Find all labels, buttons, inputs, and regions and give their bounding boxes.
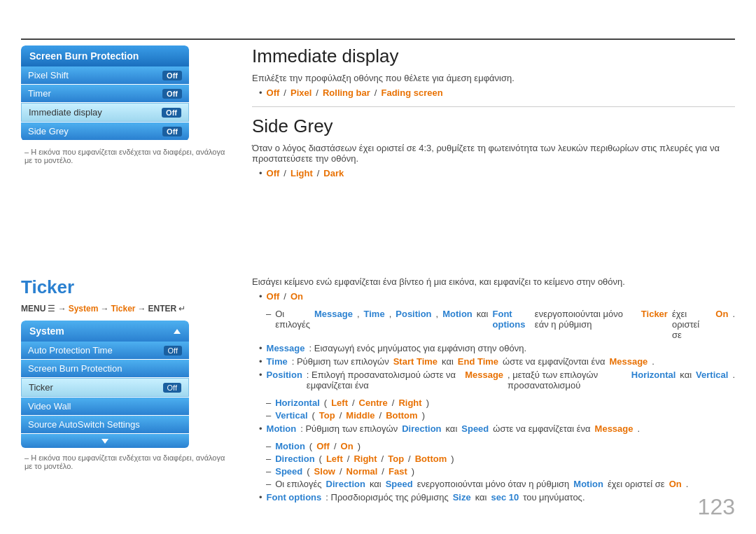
motion-off-on: Motion (Off / On) [266,441,735,451]
side-grey-label: Side Grey [28,126,69,136]
speed-option: Speed (Slow / Normal / Fast) [266,466,735,477]
horizontal-option: Horizontal (Left / Centre / Right) [266,398,735,408]
immediate-display-option: Off / Pixel / Rolling bar / Fading scree… [259,87,735,98]
sg-option-dark: Dark [323,168,344,178]
triangle-up-icon [174,329,181,334]
immediate-display-value: Off [162,108,181,118]
option-off: Off [267,87,280,98]
ticker-on-label: On [290,291,303,302]
font-options-item: Font options: Προσδιορισμός της ρύθμισης… [259,492,735,503]
ticker-desc: Εισάγει κείμενο ενώ εμφανίζεται ένα βίντ… [252,276,735,287]
section-divider [252,106,735,107]
ticker-note: Η εικόνα που εμφανίζεται ενδέχεται να δι… [21,454,231,470]
ticker-position-item: Position: Επιλογή προσανατολισμού ώστε ν… [259,370,735,391]
source-autoswitch-item[interactable]: Source AutoSwitch Settings [21,416,189,433]
option-pixel: Pixel [290,87,312,98]
ticker-message-item: Message: Εισαγωγή ενός μηνύματος για εμφ… [259,343,735,353]
triangle-down-icon [102,439,108,444]
top-border [21,38,735,40]
ticker-time-item: Time: Ρύθμιση των επιλογών Start Time κα… [259,356,735,367]
video-wall-label: Video Wall [28,401,71,412]
option-rolling: Rolling bar [323,87,370,98]
screen-burn-header: Screen Burn Protection [21,45,189,66]
ticker-item[interactable]: Ticker Off [21,378,189,397]
auto-protection-value: Off [164,346,182,356]
pixel-shift-item[interactable]: Pixel Shift Off [21,66,189,84]
screen-burn-menu-box: Screen Burn Protection Pixel Shift Off T… [21,45,189,141]
ticker-right-panel: Εισάγει κείμενο ενώ εμφανίζεται ένα βίντ… [252,276,735,510]
ticker-on-sub: Οι επιλογές Message, Time, Position, Mot… [266,309,735,340]
ticker-on-note: Οι επιλογές Message, Time, Position, Mot… [266,309,735,340]
nav-ticker: Ticker [111,304,135,314]
pixel-shift-label: Pixel Shift [28,70,69,80]
immediate-display-label: Immediate display [29,107,102,118]
direction-speed-on-note: Οι επιλογές Direction και Speed ενεργοπο… [266,479,735,489]
ticker-off-label: Off [267,291,280,302]
ticker-off-on: Off / On [259,291,735,302]
side-grey-value: Off [162,127,182,136]
screen-burn-protection-item[interactable]: Screen Burn Protection [21,360,189,377]
ticker-motion-item: Motion: Ρύθμιση των επιλογών Direction κ… [259,423,735,434]
direction-speed-note: Οι επιλογές Direction και Speed ενεργοπο… [266,479,735,489]
vertical-option: Vertical (Top / Middle / Bottom) [266,410,735,421]
right-content-panel: Immediate display Επιλέξτε την προφύλαξη… [252,45,735,185]
auto-protection-item[interactable]: Auto Protection Time Off [21,342,189,359]
ticker-item-label: Ticker [29,382,53,393]
ticker-bullet-list: Off / On [259,291,735,302]
ticker-item-value: Off [163,383,181,393]
ticker-menu-footer [21,434,189,448]
option-fading: Fading screen [381,87,442,98]
immediate-display-options: Off / Pixel / Rolling bar / Fading scree… [259,87,735,98]
sbp-label: Screen Burn Protection [28,363,122,374]
side-grey-item[interactable]: Side Grey Off [21,122,189,140]
ticker-title: Ticker [21,276,231,298]
page-number: 123 [698,494,735,520]
side-grey-options: Off / Light / Dark [259,168,735,178]
side-grey-desc: Όταν ο λόγος διαστάσεων έχει οριστεί σε … [252,143,735,164]
side-grey-title: Side Grey [252,115,735,137]
immediate-display-item[interactable]: Immediate display Off [21,103,189,122]
source-autoswitch-label: Source AutoSwitch Settings [28,419,140,430]
timer-item[interactable]: Timer Off [21,85,189,102]
ticker-menu-header: System [21,321,189,342]
immediate-display-desc: Επιλέξτε την προφύλαξη οθόνης που θέλετε… [252,73,735,83]
immediate-display-title: Immediate display [252,45,735,67]
auto-protection-label: Auto Protection Time [28,345,113,356]
sg-option-off: Off [267,168,280,178]
direction-option: Direction (Left / Right / Top / Bottom) [266,454,735,464]
font-options-list: Font options: Προσδιορισμός της ρύθμισης… [259,492,735,503]
ticker-left-panel: Ticker MENU ☰ → System → Ticker → ENTER … [21,276,231,470]
timer-value: Off [162,89,182,99]
nav-menu: MENU [21,304,46,314]
screen-burn-note: Η εικόνα που εμφανίζεται ενδέχεται να δι… [21,148,231,164]
motion-sub: Motion (Off / On) Direction (Left / Righ… [266,441,735,477]
timer-label: Timer [28,88,51,99]
nav-enter: ENTER [148,304,177,314]
video-wall-item[interactable]: Video Wall [21,398,189,415]
ticker-nav: MENU ☰ → System → Ticker → ENTER ↵ [21,304,231,314]
side-grey-option: Off / Light / Dark [259,168,735,178]
nav-system: System [69,304,99,314]
ticker-message-list: Message: Εισαγωγή ενός μηνύματος για εμφ… [259,343,735,391]
position-sub: Horizontal (Left / Centre / Right) Verti… [266,398,735,421]
ticker-menu-box: System Auto Protection Time Off Screen B… [21,321,189,448]
ticker-system-label: System [29,325,64,337]
ticker-motion-list: Motion: Ρύθμιση των επιλογών Direction κ… [259,423,735,434]
pixel-shift-value: Off [162,71,182,80]
sg-option-light: Light [290,168,313,178]
screen-burn-panel: Screen Burn Protection Pixel Shift Off T… [21,45,231,164]
